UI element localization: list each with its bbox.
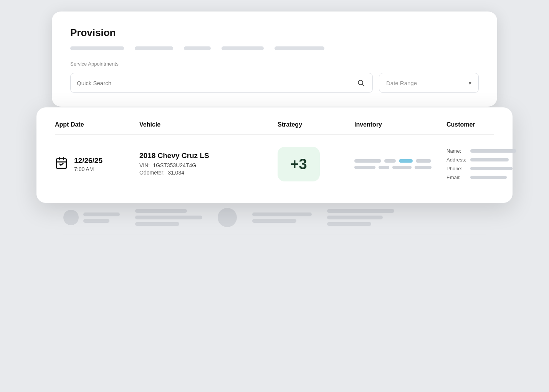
strategy-badge: +3 [278,147,320,181]
customer-phone-bar [470,167,513,170]
vehicle-odometer-row: Odometer: 31,034 [139,170,278,176]
customer-email-bar [470,176,507,179]
nav-bar-item [70,46,124,50]
nav-bar-item [222,46,264,50]
appt-date-cell: 12/26/25 7:00 AM [55,156,139,172]
date-range-wrap[interactable]: Date Range Today This Week This Month Cu… [379,73,479,93]
appt-time-value: 7:00 AM [74,166,103,172]
search-button[interactable] [356,77,366,88]
th-inventory: Inventory [354,121,446,128]
inv-bar [384,159,396,163]
calendar-icon [55,156,68,172]
section-label: Service Appointments [70,61,479,67]
vehicle-name: 2018 Chevy Cruz LS [139,152,278,160]
search-input[interactable] [77,80,356,86]
vin-value: 1GST353U24T4G [153,162,196,168]
customer-cell: Name: Address: Phone: Email: [446,148,516,180]
appt-date-value: 12/26/25 [74,156,103,165]
inv-bar [354,166,375,169]
customer-name-row: Name: [446,148,516,154]
customer-address-bar [470,158,509,161]
table-row: 12/26/25 7:00 AM 2018 Chevy Cruz LS VIN:… [55,139,494,189]
inv-bar [415,166,432,169]
customer-address-row: Address: [446,157,516,163]
nav-bar-item [274,46,324,50]
odometer-value: 31,034 [168,170,184,176]
inv-bar [416,159,431,163]
inv-row-2 [354,166,446,169]
nav-bar-item [135,46,173,50]
nav-bar-item [184,46,211,50]
th-strategy: Strategy [278,121,354,128]
bg-table-row [63,201,486,234]
search-input-wrap[interactable] [70,73,373,93]
data-card: Appt Date Vehicle Strategy Inventory Cus… [36,107,513,203]
svg-point-0 [358,80,363,85]
table-header: Appt Date Vehicle Strategy Inventory Cus… [55,121,494,135]
strategy-cell: +3 [278,147,354,181]
vehicle-vin-row: VIN: 1GST353U24T4G [139,162,278,168]
th-customer: Customer [446,121,494,128]
th-vehicle: Vehicle [139,121,278,128]
th-appt-date: Appt Date [55,121,139,128]
customer-name-bar [470,149,516,153]
vehicle-cell: 2018 Chevy Cruz LS VIN: 1GST353U24T4G Od… [139,152,278,177]
vin-label: VIN: [139,162,150,168]
odometer-label: Odometer: [139,170,165,176]
inv-row-1 [354,159,446,163]
inv-bar [379,166,389,169]
svg-rect-2 [56,158,66,168]
main-card: Provision Service Appointments Date Rang… [52,12,497,107]
inv-bar [392,166,412,169]
search-row: Date Range Today This Week This Month Cu… [70,73,479,93]
svg-line-1 [362,84,364,86]
customer-phone-label: Phone: [446,166,467,171]
appt-date-text: 12/26/25 7:00 AM [74,156,103,172]
app-title: Provision [70,27,479,39]
customer-email-row: Email: [446,175,516,180]
customer-name-label: Name: [446,148,467,154]
customer-address-label: Address: [446,157,467,163]
search-icon [357,79,365,87]
customer-email-label: Email: [446,175,467,180]
inv-bar [354,159,381,163]
nav-bar-skeleton [70,46,479,50]
date-range-select[interactable]: Date Range Today This Week This Month Cu… [379,73,479,93]
customer-phone-row: Phone: [446,166,516,171]
inv-bar-highlight [399,159,413,163]
inventory-cell [354,159,446,169]
